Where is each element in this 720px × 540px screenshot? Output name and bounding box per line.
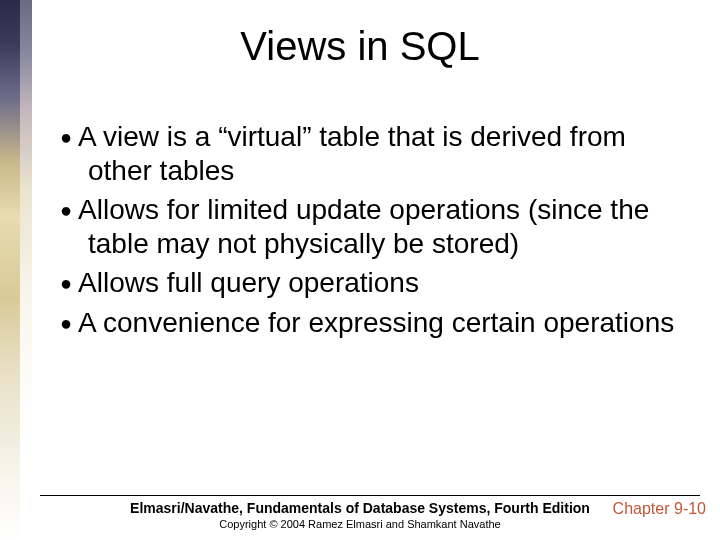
slide: Views in SQL A view is a “virtual” table… [0, 0, 720, 540]
decorative-left-gradient-2 [20, 0, 32, 540]
slide-body: A view is a “virtual” table that is deri… [60, 120, 680, 346]
decorative-left-gradient [0, 0, 20, 540]
slide-title: Views in SQL [0, 24, 720, 69]
bullet-item: A view is a “virtual” table that is deri… [60, 120, 680, 187]
chapter-label: Chapter 9-10 [613, 500, 706, 518]
bullet-item: Allows full query operations [60, 266, 680, 300]
footer-divider [40, 495, 700, 496]
footer-copyright: Copyright © 2004 Ramez Elmasri and Shamk… [0, 518, 720, 530]
bullet-item: A convenience for expressing certain ope… [60, 306, 680, 340]
bullet-item: Allows for limited update operations (si… [60, 193, 680, 260]
